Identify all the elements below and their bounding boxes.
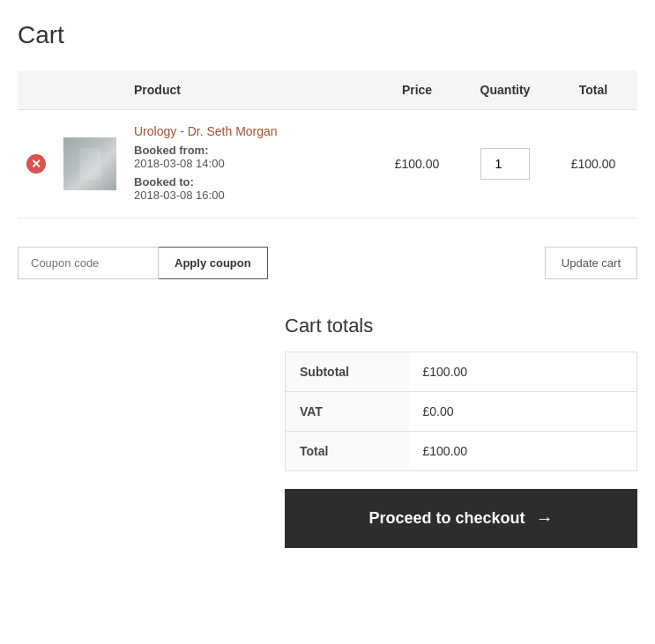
page-title: Cart [18,21,637,49]
col-header-quantity: Quantity [461,70,549,110]
checkout-button[interactable]: Proceed to checkout → [285,489,637,548]
booked-to-label: Booked to: [134,175,364,189]
price-cell: £100.00 [373,110,461,218]
booked-to-value: 2018-03-08 16:00 [134,189,364,202]
subtotal-row: Subtotal £100.00 [286,352,637,392]
cart-table: Product Price Quantity Total ✕ Urology -… [18,70,637,218]
remove-cell: ✕ [18,110,55,218]
checkout-label: Proceed to checkout [368,509,525,528]
subtotal-value: £100.00 [409,352,637,392]
item-price: £100.00 [395,157,440,171]
cart-totals-section: Cart totals Subtotal £100.00 VAT £0.00 T… [285,315,637,548]
quantity-input[interactable] [480,148,530,180]
product-name-link[interactable]: Urology - Dr. Seth Morgan [134,124,364,138]
table-header-row: Product Price Quantity Total [18,70,637,110]
apply-coupon-button[interactable]: Apply coupon [159,247,268,279]
total-cell: £100.00 [549,110,637,218]
total-row: Total £100.00 [286,432,637,471]
coupon-left: Apply coupon [18,247,268,279]
product-image [63,137,116,190]
table-row: ✕ Urology - Dr. Seth Morgan Booked from:… [18,110,637,218]
total-label: Total [286,432,409,471]
product-image-cell [55,110,125,218]
item-total: £100.00 [571,157,616,171]
subtotal-label: Subtotal [286,352,409,392]
product-info-cell: Urology - Dr. Seth Morgan Booked from: 2… [125,110,373,218]
page-container: Cart Product Price Quantity Total ✕ [0,0,655,569]
col-header-remove [18,70,55,110]
quantity-cell [461,110,549,218]
col-header-total: Total [549,70,637,110]
booked-from-value: 2018-03-08 14:00 [134,157,364,170]
cart-totals-title: Cart totals [285,315,637,337]
arrow-icon: → [536,508,554,529]
coupon-row: Apply coupon Update cart [18,240,637,286]
col-header-price: Price [373,70,461,110]
vat-value: £0.00 [409,392,637,432]
vat-row: VAT £0.00 [286,392,637,432]
remove-item-button[interactable]: ✕ [26,154,46,174]
coupon-input[interactable] [18,247,159,279]
vat-label: VAT [286,392,409,432]
col-header-image [55,70,125,110]
booked-from-label: Booked from: [134,144,364,157]
product-image-inner [63,137,116,190]
update-cart-button[interactable]: Update cart [545,247,637,279]
col-header-product: Product [125,70,373,110]
totals-table: Subtotal £100.00 VAT £0.00 Total £100.00 [285,352,637,471]
total-value: £100.00 [409,432,637,471]
